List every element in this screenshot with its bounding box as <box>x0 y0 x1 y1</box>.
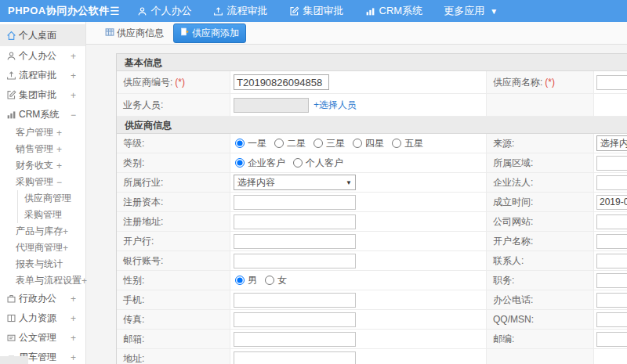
nav-workflow-approval[interactable]: 流程审批 <box>213 4 268 18</box>
sidebar-label: 公文管理 <box>19 331 56 344</box>
fax-input[interactable] <box>234 312 356 327</box>
job-title-input[interactable] <box>596 273 627 288</box>
nav-crm-system[interactable]: CRM系统 <box>365 4 423 18</box>
nav-group-approval[interactable]: 集团审批 <box>289 4 344 18</box>
tab-supplier-add[interactable]: 供应商添加 <box>173 23 246 43</box>
supplier-no-input[interactable] <box>234 74 329 90</box>
sidebar-item-document-mgmt[interactable]: 公文管理 + <box>0 328 85 348</box>
nav-more-apps[interactable]: 更多应用 ▼ <box>444 4 498 18</box>
website-input[interactable] <box>596 214 627 229</box>
field-label: 供应商编号: (*) <box>117 71 230 93</box>
sidebar-item-reports-stats[interactable]: 报表与统计 <box>0 256 85 272</box>
category-radio-enterprise[interactable] <box>235 158 245 168</box>
industry-select[interactable]: 选择内容 ▼ <box>234 175 356 190</box>
mobile-input[interactable] <box>234 293 356 308</box>
postcode-input[interactable] <box>596 332 627 347</box>
grade-radio-3[interactable] <box>314 139 323 148</box>
grade-radio-4[interactable] <box>353 139 362 148</box>
account-name-input[interactable] <box>596 234 627 249</box>
expand-icon[interactable]: + <box>71 90 76 101</box>
sidebar-item-purchase-mgmt-sub[interactable]: 采购管理 <box>17 207 85 223</box>
expand-icon[interactable]: + <box>71 294 76 305</box>
registered-capital-input[interactable] <box>234 195 356 210</box>
section-header-supplier: 供应商信息 <box>117 117 627 134</box>
grade-radio-1[interactable] <box>235 139 245 148</box>
edit-icon <box>289 6 299 16</box>
app-logo: PHPOA协同办公软件 <box>0 4 110 18</box>
source-select[interactable]: 选择内容 ▼ <box>596 135 627 151</box>
sidebar-label: 集团审批 <box>19 88 56 102</box>
tab-supplier-info[interactable]: 供应商信息 <box>102 24 167 42</box>
gender-radio-group: 男 女 <box>230 271 487 290</box>
qq-msn-input[interactable] <box>596 312 627 327</box>
sidebar-item-finance[interactable]: 财务收支 + <box>0 157 85 174</box>
bank-input[interactable] <box>234 234 356 249</box>
founded-date-input[interactable] <box>596 195 627 210</box>
hr-icon <box>6 313 19 323</box>
menu-toggle-icon[interactable]: ☰ <box>110 5 120 16</box>
sidebar-item-agent-mgmt[interactable]: 代理商管理 + <box>0 240 85 256</box>
supplier-name-input[interactable] <box>596 75 627 90</box>
user-icon <box>6 51 19 61</box>
expand-icon[interactable]: + <box>56 160 62 171</box>
sidebar-item-personal-desktop[interactable]: 个人桌面 <box>0 24 85 46</box>
expand-icon[interactable]: + <box>71 313 76 324</box>
registered-address-input[interactable] <box>234 214 356 229</box>
field-label: 性别: <box>117 271 230 290</box>
gender-radio-female[interactable] <box>265 276 274 285</box>
expand-icon[interactable]: + <box>82 276 87 287</box>
sidebar-item-product-inventory[interactable]: 产品与库存 + <box>0 223 85 240</box>
expand-icon[interactable]: + <box>71 352 76 363</box>
field-label: 企业法人: <box>487 173 594 192</box>
radio-label: 四星 <box>365 137 384 150</box>
address-input[interactable] <box>234 351 356 364</box>
sidebar-item-workflow-approval[interactable]: 流程审批 + <box>0 66 85 85</box>
email-input[interactable] <box>234 332 356 347</box>
legal-person-input[interactable] <box>596 175 627 190</box>
sidebar-item-sales-mgmt[interactable]: 销售管理 + <box>0 141 85 157</box>
sidebar-label: 个人桌面 <box>19 29 56 42</box>
collapse-icon[interactable]: − <box>71 110 76 121</box>
contact-person-input[interactable] <box>596 254 627 268</box>
expand-icon[interactable]: + <box>71 70 76 81</box>
sidebar-item-crm-system[interactable]: CRM系统 − <box>0 105 85 124</box>
field-label: 公司网站: <box>487 212 594 231</box>
sidebar-item-group-approval[interactable]: 集团审批 + <box>0 85 85 105</box>
sidebar-label: 客户管理 <box>16 126 53 139</box>
expand-icon[interactable]: + <box>56 128 62 139</box>
expand-icon[interactable]: + <box>71 333 76 344</box>
choose-staff-link[interactable]: +选择人员 <box>314 99 357 112</box>
nav-label: 集团审批 <box>303 4 344 18</box>
radio-label: 个人客户 <box>306 157 343 170</box>
collapse-icon[interactable]: − <box>56 177 62 188</box>
grade-radio-5[interactable] <box>392 139 401 148</box>
sidebar-item-personal-office[interactable]: 个人办公 + <box>0 46 85 66</box>
staff-input[interactable] <box>234 98 309 113</box>
sidebar-item-customer-mgmt[interactable]: 客户管理 + <box>0 124 85 141</box>
table-icon <box>105 27 114 39</box>
sidebar-item-hr[interactable]: 人力资源 + <box>0 308 85 328</box>
grade-radio-2[interactable] <box>274 139 284 148</box>
add-supplier-icon <box>180 27 189 38</box>
category-radio-personal[interactable] <box>293 158 303 168</box>
bank-account-input[interactable] <box>234 254 356 268</box>
sidebar-item-admin-office[interactable]: 行政办公 + <box>0 289 85 308</box>
field-label: 来源: <box>487 134 594 153</box>
sidebar-item-supplier-mgmt[interactable]: 供应商管理 <box>17 190 85 207</box>
field-label: 银行账号: <box>117 251 230 270</box>
office-icon <box>6 294 19 304</box>
sidebar-item-form-flow-settings[interactable]: 表单与流程设置 + <box>0 272 85 289</box>
sidebar-label: 个人办公 <box>19 49 56 63</box>
sidebar-item-purchase-mgmt[interactable]: 采购管理 − <box>0 174 85 190</box>
region-input[interactable] <box>596 156 627 171</box>
gender-radio-male[interactable] <box>235 276 245 285</box>
expand-icon[interactable]: + <box>63 243 68 254</box>
chart-icon <box>6 110 19 120</box>
sidebar-label: 行政办公 <box>19 292 56 305</box>
nav-personal-office[interactable]: 个人办公 <box>137 4 192 18</box>
expand-icon[interactable]: + <box>56 144 62 155</box>
expand-icon[interactable]: + <box>63 226 68 237</box>
office-phone-input[interactable] <box>596 293 627 308</box>
expand-icon[interactable]: + <box>71 51 76 62</box>
sidebar-label: CRM系统 <box>19 108 59 121</box>
